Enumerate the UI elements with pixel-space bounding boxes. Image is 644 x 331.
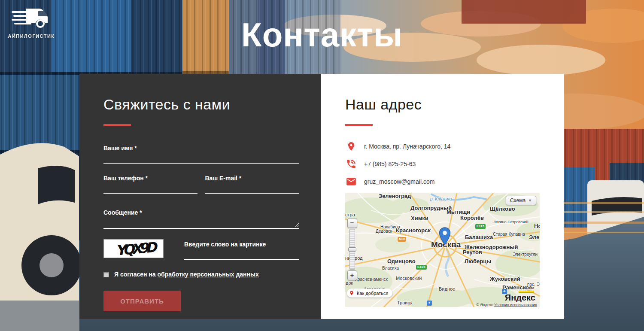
site-logo[interactable]: АЙПИЛОГИСТИК	[8, 4, 55, 39]
left-truck	[0, 143, 82, 331]
consent-checkbox[interactable]	[103, 272, 109, 277]
address-panel: Наш адрес г. Москва, пр. Луначарского, 1…	[321, 74, 564, 319]
phone-input[interactable]	[103, 185, 197, 194]
email-text[interactable]: gruz_moscow@gmail.com	[364, 178, 434, 185]
email-label: Ваш E-mail *	[205, 175, 299, 182]
zoom-slider-track[interactable]	[349, 229, 355, 270]
directions-pin-icon	[349, 290, 354, 296]
page-title: Контакты	[0, 15, 644, 55]
phone-icon	[345, 158, 357, 170]
phone-label: Ваш телефон *	[103, 175, 197, 182]
name-input[interactable]	[103, 155, 299, 164]
map-zoom-control: − +	[347, 218, 357, 280]
content-panels: Свяжитесь с нами Ваше имя * Ваш телефон …	[79, 74, 564, 319]
red-divider	[103, 124, 131, 126]
yandex-logo[interactable]: Яндекс	[505, 293, 535, 303]
captcha-input[interactable]	[184, 251, 299, 260]
personal-data-link[interactable]: обработку персональных данных	[158, 271, 259, 278]
captcha-label: Введите слово на картинке	[184, 241, 299, 248]
page: АЙПИЛОГИСТИК Контакты Свяжитесь с нами В…	[0, 0, 644, 331]
contact-list: г. Москва, пр. Луначарского, 14 +7 (985)…	[345, 140, 540, 188]
logo-text: АЙПИЛОГИСТИК	[8, 33, 55, 39]
truck-logo-icon	[12, 4, 51, 31]
map-type-button[interactable]: Схема▼	[506, 196, 536, 205]
map-copyright: © Яндекс Условия использования	[476, 303, 537, 307]
captcha-text: YQX9D	[115, 240, 158, 258]
caret-down-icon: ▼	[528, 198, 532, 203]
message-textarea[interactable]	[103, 219, 299, 229]
zoom-in-button[interactable]: +	[347, 270, 357, 280]
map-scale-label: 10 км	[524, 285, 534, 290]
terms-link[interactable]: Условия использования	[494, 303, 537, 307]
address-row: г. Москва, пр. Луначарского, 14	[345, 140, 540, 152]
directions-button[interactable]: Как добраться	[347, 288, 392, 298]
contact-form-panel: Свяжитесь с нами Ваше имя * Ваш телефон …	[79, 74, 321, 319]
phone-text[interactable]: +7 (985) 825-25-63	[364, 161, 416, 167]
phone-row: +7 (985) 825-25-63	[345, 158, 540, 170]
airport-icon: ✈	[427, 301, 432, 306]
zoom-slider-handle[interactable]	[348, 247, 356, 252]
map-pin-icon	[439, 227, 451, 245]
email-input[interactable]	[205, 185, 299, 194]
captcha-image: YQX9D	[103, 239, 164, 258]
email-icon	[345, 176, 357, 187]
email-row: gruz_moscow@gmail.com	[345, 176, 540, 188]
location-pin-icon	[345, 140, 357, 152]
message-label: Сообщение *	[103, 209, 299, 216]
address-heading: Наш адрес	[345, 96, 540, 113]
form-heading: Свяжитесь с нами	[103, 96, 299, 113]
textarea-resize-grip[interactable]	[295, 223, 299, 227]
zoom-out-button[interactable]: −	[347, 218, 357, 228]
submit-button[interactable]: ОТПРАВИТЬ	[103, 291, 181, 311]
address-text: г. Москва, пр. Луначарского, 14	[364, 143, 450, 150]
red-divider	[345, 124, 373, 126]
yandex-map[interactable]: Зеленоградр. КлязьмаДолгопрудныйМытищиЩё…	[345, 193, 540, 307]
name-label: Ваше имя *	[103, 145, 299, 152]
consent-text: Я согласен на обработку персональных дан…	[114, 271, 259, 278]
